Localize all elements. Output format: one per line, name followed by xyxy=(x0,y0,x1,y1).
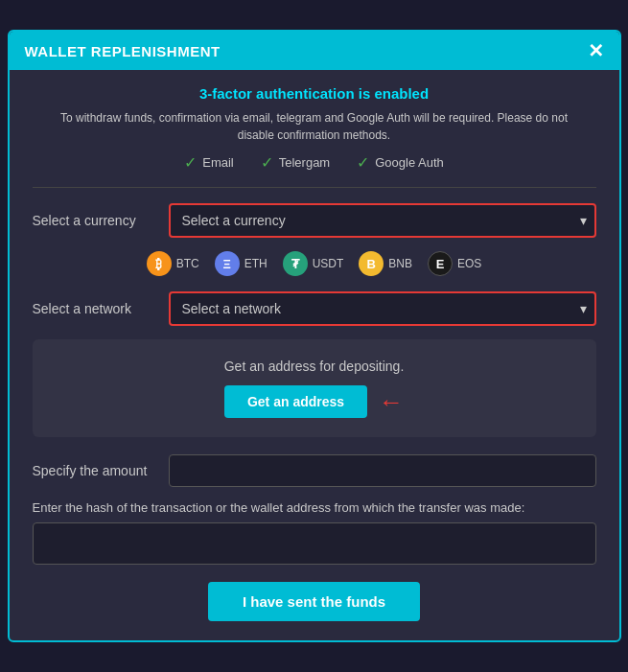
divider xyxy=(33,187,596,188)
hash-input[interactable] xyxy=(33,522,596,565)
auth-method-googleauth-label: Google Auth xyxy=(375,155,444,170)
network-select[interactable]: Select a network xyxy=(169,291,596,326)
network-label: Select a network xyxy=(33,301,157,316)
auth-methods: ✓ Email ✓ Telergam ✓ Google Auth xyxy=(33,153,596,172)
submit-button-wrap: I have sent the funds xyxy=(33,582,596,621)
check-icon-email: ✓ xyxy=(184,153,197,172)
crypto-item-eth: Ξ ETH xyxy=(215,251,267,276)
deposit-label: Get an address for depositing. xyxy=(52,359,577,374)
auth-method-telegram: ✓ Telergam xyxy=(261,153,330,172)
crypto-item-bnb: B BNB xyxy=(359,251,412,276)
arrow-icon: ← xyxy=(379,389,404,414)
crypto-icons-row: ₿ BTC Ξ ETH ₮ USDT B BNB E EOS xyxy=(33,251,596,276)
hash-section: Enter the hash of the transaction or the… xyxy=(33,500,596,565)
btc-label: BTC xyxy=(176,257,199,270)
eos-label: EOS xyxy=(457,257,481,270)
amount-label: Specify the amount xyxy=(33,463,157,478)
auth-section: 3-factor authentication is enabled To wi… xyxy=(33,85,596,172)
amount-input[interactable] xyxy=(169,454,596,487)
modal-header: WALLET REPLENISHMENT ✕ xyxy=(10,32,619,70)
currency-label: Select a currency xyxy=(33,213,157,228)
get-address-button[interactable]: Get an address xyxy=(224,385,367,418)
auth-title: 3-factor authentication is enabled xyxy=(33,85,596,102)
check-icon-telegram: ✓ xyxy=(261,153,273,172)
eth-label: ETH xyxy=(244,257,267,270)
currency-row: Select a currency Select a currency BTC … xyxy=(33,203,596,238)
auth-method-googleauth: ✓ Google Auth xyxy=(357,153,444,172)
auth-method-telegram-label: Telergam xyxy=(279,155,330,170)
deposit-button-wrap: Get an address ← xyxy=(52,385,577,418)
bnb-label: BNB xyxy=(388,257,412,270)
hash-label: Enter the hash of the transaction or the… xyxy=(33,500,596,515)
deposit-section: Get an address for depositing. Get an ad… xyxy=(33,339,596,437)
bnb-icon: B xyxy=(359,251,384,276)
auth-description: To withdraw funds, confirmation via emai… xyxy=(33,109,596,144)
amount-row: Specify the amount xyxy=(33,454,596,487)
modal-container: WALLET REPLENISHMENT ✕ 3-factor authenti… xyxy=(8,30,621,642)
usdt-label: USDT xyxy=(313,257,344,270)
auth-method-email-label: Email xyxy=(202,155,234,170)
usdt-icon: ₮ xyxy=(283,251,308,276)
check-icon-googleauth: ✓ xyxy=(357,153,369,172)
currency-select-wrapper: Select a currency BTC ETH USDT BNB EOS ▾ xyxy=(169,203,596,238)
network-select-wrapper: Select a network ▾ xyxy=(169,291,596,326)
btc-icon: ₿ xyxy=(147,251,172,276)
crypto-item-btc: ₿ BTC xyxy=(147,251,199,276)
eos-icon: E xyxy=(428,251,453,276)
crypto-item-eos: E EOS xyxy=(428,251,481,276)
currency-select[interactable]: Select a currency BTC ETH USDT BNB EOS xyxy=(169,203,596,238)
modal-body: 3-factor authentication is enabled To wi… xyxy=(10,70,619,640)
modal-title: WALLET REPLENISHMENT xyxy=(25,43,221,59)
eth-icon: Ξ xyxy=(215,251,240,276)
close-button[interactable]: ✕ xyxy=(588,41,604,60)
submit-button[interactable]: I have sent the funds xyxy=(208,582,420,621)
auth-method-email: ✓ Email xyxy=(184,153,234,172)
crypto-item-usdt: ₮ USDT xyxy=(283,251,344,276)
network-row: Select a network Select a network ▾ xyxy=(33,291,596,326)
